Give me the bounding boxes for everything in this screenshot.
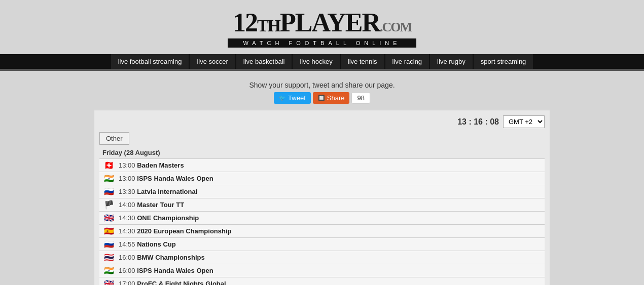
event-name: 17:00 ProFC & Fight Nights Global (119, 280, 226, 285)
event-flag: 🇮🇳 (103, 267, 115, 274)
event-name: 13:30 Latvia International (119, 188, 197, 195)
logo-th: TH (257, 16, 280, 35)
event-row[interactable]: 🇹🇭16:00 BMW Championships (99, 251, 545, 264)
event-name: 13:00 ISPS Handa Wales Open (119, 175, 213, 182)
share-count: 98 (351, 92, 370, 104)
event-flag: 🇮🇳 (103, 175, 115, 182)
share-button[interactable]: Share (313, 92, 350, 104)
nav-soccer[interactable]: live soccer (190, 54, 235, 69)
nav-hockey[interactable]: live hockey (293, 54, 339, 69)
logo-player: PLAYER (280, 8, 380, 37)
event-row[interactable]: 🇨🇭13:00 Baden Masters (99, 159, 545, 172)
event-flag: 🇹🇭 (103, 254, 115, 261)
event-time: 16:00 (119, 267, 137, 274)
event-flag: 🏴 (103, 201, 115, 209)
site-header: 12THPLAYER.COM WATCH FOOTBALL ONLINE (0, 0, 644, 50)
event-time: 14:55 (119, 240, 137, 248)
support-text: Show your support, tweet and share our p… (0, 81, 644, 89)
event-flag: 🇨🇭 (103, 161, 115, 169)
main-content-box: 13 : 16 : 08 GMT +2 GMT +0 GMT +1 GMT +3… (94, 110, 550, 285)
event-name: 16:00 ISPS Handa Wales Open (119, 267, 213, 274)
support-section: Show your support, tweet and share our p… (0, 71, 644, 110)
event-list: 🇨🇭13:00 Baden Masters🇮🇳13:00 ISPS Handa … (99, 158, 545, 285)
logo: 12THPLAYER.COM WATCH FOOTBALL ONLINE (0, 8, 644, 48)
event-flag: 🇷🇺 (103, 240, 115, 248)
event-row[interactable]: 🇷🇺14:55 Nations Cup (99, 238, 545, 251)
event-flag: 🇷🇺 (103, 188, 115, 195)
nav-basketball[interactable]: live basketball (236, 54, 292, 69)
event-flag: 🇬🇧 (103, 214, 115, 222)
event-time: 13:00 (119, 175, 137, 182)
logo-text: 12THPLAYER.COM (233, 8, 411, 37)
event-time: 17:00 (119, 280, 137, 285)
timezone-select[interactable]: GMT +2 GMT +0 GMT +1 GMT +3 GMT -5 (503, 115, 545, 128)
time-bar: 13 : 16 : 08 GMT +2 GMT +0 GMT +1 GMT +3… (99, 115, 545, 128)
event-flag: 🇬🇧 (103, 280, 115, 285)
event-time: 14:30 (119, 227, 137, 235)
event-name: 14:00 Master Tour TT (119, 201, 184, 209)
logo-com: .COM (380, 20, 411, 34)
tab-other[interactable]: Other (99, 132, 129, 145)
current-time: 13 : 16 : 08 (457, 117, 499, 127)
social-buttons: Tweet Share 98 (0, 92, 644, 104)
nav-racing[interactable]: live racing (385, 54, 430, 69)
event-row[interactable]: 🇮🇳16:00 ISPS Handa Wales Open (99, 264, 545, 277)
event-time: 13:30 (119, 188, 137, 195)
tweet-button[interactable]: Tweet (274, 92, 311, 104)
nav-sport-streaming[interactable]: sport streaming (474, 54, 533, 69)
tab-buttons: Other (99, 132, 545, 145)
nav-rugby[interactable]: live rugby (430, 54, 473, 69)
logo-12: 12 (233, 8, 257, 37)
nav-football-streaming[interactable]: live football streaming (111, 54, 189, 69)
date-header: Friday (28 August) (102, 149, 545, 156)
event-name: 14:55 Nations Cup (119, 240, 176, 248)
event-row[interactable]: 🇮🇳13:00 ISPS Handa Wales Open (99, 172, 545, 185)
event-time: 16:00 (119, 254, 137, 261)
event-time: 14:30 (119, 214, 137, 222)
event-row[interactable]: 🏴14:00 Master Tour TT (99, 198, 545, 212)
event-name: 16:00 BMW Championships (119, 254, 205, 261)
event-time: 13:00 (119, 161, 137, 169)
logo-subtext: WATCH FOOTBALL ONLINE (228, 38, 416, 48)
event-row[interactable]: 🇷🇺13:30 Latvia International (99, 185, 545, 198)
event-name: 14:30 2020 European Championship (119, 227, 232, 235)
nav-tennis[interactable]: live tennis (341, 54, 384, 69)
main-nav: live football streaming live soccer live… (0, 54, 644, 69)
event-name: 14:30 ONE Championship (119, 214, 199, 222)
event-name: 13:00 Baden Masters (119, 161, 184, 169)
event-row[interactable]: 🇬🇧17:00 ProFC & Fight Nights Global (99, 277, 545, 285)
event-time: 14:00 (119, 201, 137, 209)
event-row[interactable]: 🇪🇸14:30 2020 European Championship (99, 225, 545, 238)
event-flag: 🇪🇸 (103, 227, 115, 235)
event-row[interactable]: 🇬🇧14:30 ONE Championship (99, 212, 545, 225)
